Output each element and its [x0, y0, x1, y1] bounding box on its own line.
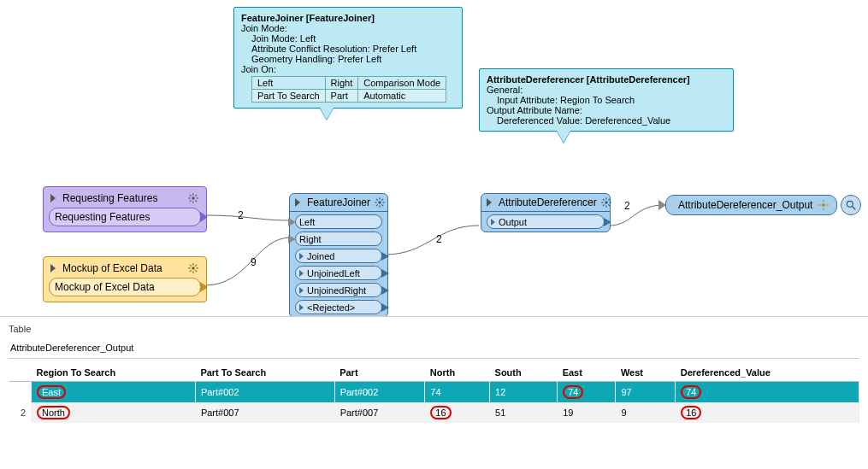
output-title: AttributeDereferencer_Output — [678, 199, 812, 211]
col-region-to-search[interactable]: Region To Search — [32, 364, 196, 382]
table-section-label: Table — [9, 324, 859, 334]
expand-icon[interactable] — [50, 194, 56, 202]
svg-line-6 — [195, 200, 197, 202]
cell-west: 97 — [616, 382, 676, 403]
port-joined[interactable]: Joined — [295, 249, 382, 263]
jtable-cell: Part To Search — [252, 90, 326, 103]
svg-line-14 — [190, 265, 192, 267]
gear-icon[interactable] — [187, 262, 199, 274]
inspect-icon[interactable] — [841, 195, 861, 215]
jtable-header-mode: Comparison Mode — [358, 77, 446, 90]
col-south[interactable]: South — [490, 364, 558, 382]
row-number: 2 — [9, 402, 32, 423]
table-row[interactable]: 2 North Part#007 Part#007 16 51 19 9 16 — [9, 402, 859, 423]
port-unjoined-left[interactable]: UnjoinedLeft — [295, 266, 382, 280]
svg-point-0 — [192, 196, 195, 200]
col-west[interactable]: West — [616, 364, 676, 382]
source-requesting-features[interactable]: Requesting Features Requesting Features — [43, 186, 207, 232]
jtable-cell: Automatic — [358, 90, 446, 103]
tooltip-line: Geometry Handling: Prefer Left — [251, 54, 455, 64]
gear-icon[interactable] — [818, 199, 830, 211]
svg-line-7 — [190, 200, 192, 202]
tooltip-section: Join On: — [241, 64, 455, 74]
port-label: Left — [299, 217, 315, 227]
svg-point-18 — [378, 201, 381, 204]
svg-line-8 — [195, 195, 197, 196]
source-mockup-excel[interactable]: Mockup of Excel Data Mockup of Excel Dat… — [43, 256, 207, 302]
highlight-ring: 16 — [430, 406, 451, 419]
port-rejected[interactable]: <Rejected> — [295, 300, 382, 314]
port-label: Right — [299, 234, 322, 244]
tooltip-line: Join Mode: Left — [251, 33, 455, 44]
tooltip-section: General: — [487, 85, 726, 95]
col-part[interactable]: Part — [334, 364, 425, 382]
tooltip-title: FeatureJoiner [FeatureJoiner] — [241, 13, 375, 23]
port-label: Output — [499, 217, 527, 227]
cell-dv: 16 — [676, 402, 859, 423]
cell-part: Part#002 — [334, 382, 425, 403]
svg-point-36 — [823, 203, 826, 207]
jtable-header-right: Right — [325, 77, 358, 90]
workflow-canvas[interactable]: FeatureJoiner [FeatureJoiner] Join Mode:… — [0, 0, 868, 308]
port-left[interactable]: Left — [295, 214, 382, 229]
port-label: Requesting Features — [55, 211, 150, 223]
svg-line-24 — [381, 204, 383, 206]
col-rownum[interactable] — [9, 364, 32, 382]
svg-point-9 — [192, 267, 195, 270]
cell-region: North — [32, 402, 196, 423]
svg-line-23 — [376, 199, 378, 201]
svg-line-33 — [608, 204, 610, 206]
feature-count: 2 — [436, 233, 442, 245]
svg-line-35 — [608, 199, 610, 201]
highlight-ring: North — [37, 406, 70, 419]
row-number: 1 — [9, 382, 32, 403]
svg-line-17 — [195, 265, 197, 267]
gear-icon[interactable] — [600, 196, 612, 208]
svg-line-42 — [853, 207, 856, 210]
cell-east: 19 — [558, 402, 616, 423]
port-label: UnjoinedRight — [307, 285, 366, 296]
svg-point-41 — [847, 201, 853, 207]
expand-icon[interactable] — [50, 264, 56, 273]
port-right[interactable]: Right — [295, 232, 382, 246]
port-output[interactable]: Output — [487, 214, 605, 229]
transformer-featurejoiner[interactable]: FeatureJoiner Left Right Joined Unjoined… — [289, 193, 388, 318]
highlight-ring: 16 — [681, 406, 701, 419]
cell-part: Part#007 — [334, 402, 425, 423]
tooltip-title: AttributeDereferencer [AttributeDerefere… — [487, 74, 690, 85]
highlight-ring: 74 — [681, 385, 701, 399]
tooltip-featurejoiner: FeatureJoiner [FeatureJoiner] Join Mode:… — [233, 7, 463, 108]
gear-icon[interactable] — [374, 196, 386, 208]
expand-icon[interactable] — [487, 198, 492, 207]
svg-line-5 — [190, 195, 192, 196]
svg-line-34 — [603, 204, 605, 206]
feature-count: 2 — [238, 209, 244, 221]
gear-icon[interactable] — [187, 192, 199, 204]
port-label: Mockup of Excel Data — [55, 281, 155, 293]
source-output-port[interactable]: Mockup of Excel Data — [49, 278, 201, 296]
tooltip-attributedereferencer: AttributeDereferencer [AttributeDerefere… — [479, 68, 734, 132]
port-unjoined-right[interactable]: UnjoinedRight — [295, 283, 382, 297]
col-north[interactable]: North — [425, 364, 490, 382]
port-label: <Rejected> — [307, 302, 355, 313]
table-row[interactable]: 1 East Part#002 Part#002 74 12 74 97 74 — [9, 382, 859, 403]
svg-line-26 — [381, 199, 383, 201]
source-output-port[interactable]: Requesting Features — [49, 208, 201, 226]
transformer-title: FeatureJoiner — [307, 196, 370, 208]
data-table[interactable]: Region To Search Part To Search Part Nor… — [9, 364, 859, 423]
tooltip-section: Join Mode: — [241, 23, 455, 33]
output-node[interactable]: AttributeDereferencer_Output — [665, 195, 861, 215]
expand-icon[interactable] — [295, 198, 300, 207]
col-east[interactable]: East — [558, 364, 616, 382]
cell-pts: Part#007 — [195, 402, 334, 423]
transformer-attributedereferencer[interactable]: AttributeDereferencer Output — [481, 193, 611, 232]
cell-south: 12 — [490, 382, 558, 403]
cell-dv: 74 — [676, 382, 859, 403]
data-table-panel: Table AttributeDereferencer_Output Regio… — [0, 316, 868, 469]
col-part-to-search[interactable]: Part To Search — [195, 364, 334, 382]
feature-count: 2 — [624, 200, 630, 212]
svg-point-27 — [605, 201, 608, 204]
transformer-title: AttributeDereferencer — [499, 196, 597, 208]
col-dereferenced-value[interactable]: Dereferenced_Value — [676, 364, 859, 382]
cell-west: 9 — [616, 402, 676, 423]
